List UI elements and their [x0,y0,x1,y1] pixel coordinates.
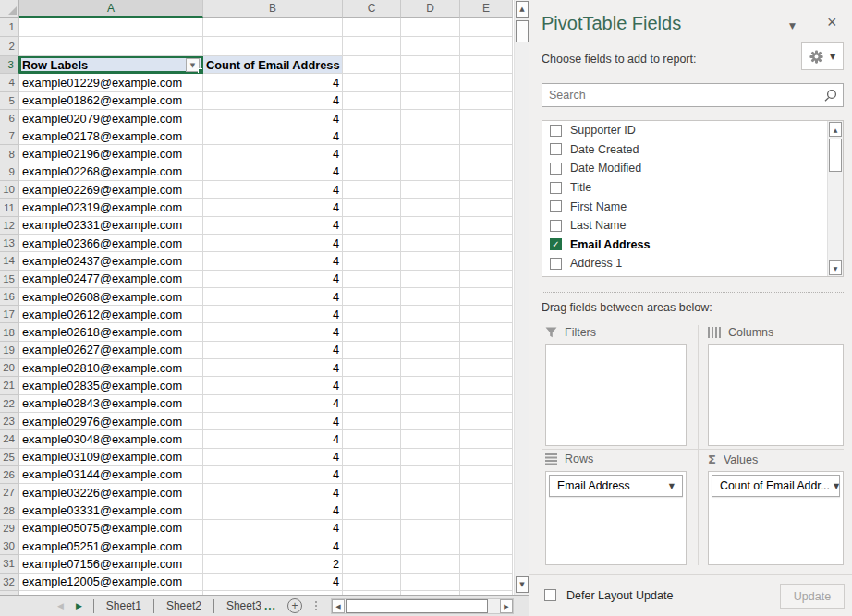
cell-D7[interactable] [401,127,460,145]
cell-C10[interactable] [343,181,401,199]
cell-B26[interactable]: 4 [203,466,343,484]
row-header-11[interactable]: 11 [0,199,19,216]
cell-B29[interactable]: 4 [203,520,343,537]
cell-E22[interactable] [460,395,513,413]
scroll-down-button[interactable]: ▼ [516,576,529,593]
cell-C30[interactable] [343,537,401,555]
cell-E5[interactable] [460,92,513,110]
cell-E24[interactable] [460,430,513,448]
cell-D3[interactable] [401,56,460,74]
cell-E19[interactable] [460,342,513,359]
cell-B15[interactable]: 4 [203,271,343,288]
cell-A15[interactable]: example02477@example.com [19,271,203,288]
row-header-25[interactable]: 25 [0,449,19,466]
row-header-19[interactable]: 19 [0,342,19,359]
cell-A6[interactable]: example02079@example.com [19,110,203,127]
cell-E27[interactable] [460,484,513,501]
cell-E12[interactable] [460,217,513,235]
cell-D22[interactable] [401,395,460,413]
cell-D19[interactable] [401,342,460,359]
cell-A21[interactable]: example02835@example.com [19,377,203,394]
cell-E25[interactable] [460,449,513,466]
cell-D6[interactable] [401,110,460,127]
cell-C15[interactable] [343,271,401,288]
filters-drop-area[interactable] [545,344,687,446]
cell-E26[interactable] [460,466,513,484]
cell-E28[interactable] [460,501,513,519]
values-drop-area[interactable]: Count of Email Addr... ▼ [708,471,844,565]
cell-A10[interactable]: example02269@example.com [19,181,203,199]
field-checkbox-date-modified[interactable] [550,163,562,175]
search-input[interactable] [542,89,823,102]
cell-A20[interactable]: example02810@example.com [19,359,203,377]
cell-E17[interactable] [460,306,513,323]
cell-A18[interactable]: example02618@example.com [19,323,203,341]
cell-C5[interactable] [343,92,401,110]
cell-E31[interactable] [460,555,513,573]
cell-B21[interactable]: 4 [203,377,343,394]
field-item-last-name[interactable]: Last Name [542,216,843,236]
cell-C25[interactable] [343,449,401,466]
cell-C11[interactable] [343,199,401,216]
row-header-1[interactable]: 1 [0,18,19,37]
column-header-C[interactable]: C [343,0,401,18]
rows-field-pill[interactable]: Email Address ▼ [549,475,683,497]
cell-E32[interactable] [460,574,513,591]
list-scroll-down-button[interactable]: ▼ [829,260,842,275]
field-item-title[interactable]: Title [542,178,843,198]
column-header-D[interactable]: D [401,0,460,18]
cell-B13[interactable]: 4 [203,235,343,252]
row-header-30[interactable]: 30 [0,537,19,555]
cell-B32[interactable]: 4 [203,574,343,591]
cell-D1[interactable] [401,18,460,37]
cell-D4[interactable] [401,74,460,91]
cell-C19[interactable] [343,342,401,359]
field-item-email-address[interactable]: ✓Email Address [542,236,843,255]
cell-A14[interactable]: example02437@example.com [19,252,203,270]
horizontal-scroll-thumb[interactable] [346,599,488,613]
column-header-E[interactable]: E [460,0,513,18]
cell-C4[interactable] [343,74,401,91]
cell-C32[interactable] [343,574,401,591]
cell-D13[interactable] [401,235,460,252]
cell-E4[interactable] [460,74,513,91]
cell-B5[interactable]: 4 [203,92,343,110]
cell-E7[interactable] [460,127,513,145]
pane-options-chevron-icon[interactable]: ▼ [786,18,798,33]
row-header-3[interactable]: 3 [0,56,19,74]
cell-D5[interactable] [401,92,460,110]
cell-A26[interactable]: example03144@example.com [19,466,203,484]
cell-E11[interactable] [460,199,513,216]
cell-C14[interactable] [343,252,401,270]
row-header-27[interactable]: 27 [0,484,19,501]
cell-D30[interactable] [401,537,460,555]
cell-D2[interactable] [401,37,460,56]
row-header-8[interactable]: 8 [0,145,19,163]
field-checkbox-date-created[interactable] [550,143,562,155]
cell-D26[interactable] [401,466,460,484]
cell-B17[interactable]: 4 [203,306,343,323]
field-item-supporter-id[interactable]: Supporter ID [542,121,843,140]
cell-D9[interactable] [401,163,460,181]
row-header-14[interactable]: 14 [0,252,19,270]
cell-E29[interactable] [460,520,513,537]
row-header-24[interactable]: 24 [0,430,19,448]
cell-C13[interactable] [343,235,401,252]
cell-B22[interactable]: 4 [203,395,343,413]
cell-E16[interactable] [460,288,513,306]
cell-C28[interactable] [343,501,401,519]
row-header-23[interactable]: 23 [0,413,19,430]
cell-A32[interactable]: example12005@example.com [19,574,203,591]
cell-A1[interactable] [19,18,203,37]
cell-A29[interactable]: example05075@example.com [19,520,203,537]
cell-A28[interactable]: example03331@example.com [19,501,203,519]
cell-B23[interactable]: 4 [203,413,343,430]
cell-C3[interactable] [343,56,401,74]
field-checkbox-email-address[interactable]: ✓ [550,238,562,250]
cell-A19[interactable]: example02627@example.com [19,342,203,359]
cell-B3[interactable]: Count of Email Address [203,56,343,74]
cell-C22[interactable] [343,395,401,413]
cell-C31[interactable] [343,555,401,573]
cell-B9[interactable]: 4 [203,163,343,181]
cell-A31[interactable]: example07156@example.com [19,555,203,573]
